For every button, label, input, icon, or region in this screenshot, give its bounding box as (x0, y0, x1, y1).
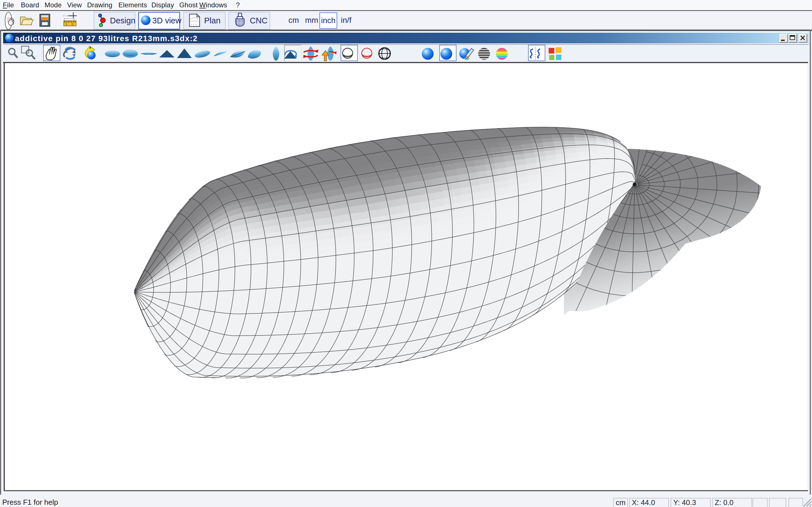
svg-text:0: 0 (71, 22, 73, 26)
svg-text:1: 1 (65, 22, 67, 26)
